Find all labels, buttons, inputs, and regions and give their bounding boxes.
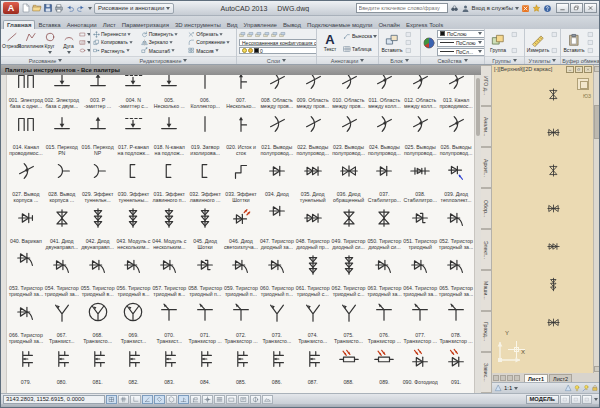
- palette-item[interactable]: 056. Тиристор триодный в...: [116, 285, 152, 332]
- favorites-star-icon[interactable]: [532, 4, 541, 13]
- ribbon-tab[interactable]: Вставка: [35, 21, 63, 29]
- exchange-apps-icon[interactable]: [521, 4, 530, 13]
- block-mini-icon[interactable]: [405, 39, 412, 46]
- status-toggle-button[interactable]: [106, 395, 117, 404]
- modify-tool-button[interactable]: Перенести: [92, 30, 140, 38]
- clipboard-mini-icon[interactable]: [587, 31, 594, 38]
- status-tray-arrow-icon[interactable]: [594, 398, 598, 401]
- palette-item[interactable]: 051. Тиристор триодный: [402, 238, 438, 285]
- status-toggle-button[interactable]: [214, 395, 225, 404]
- palette-item[interactable]: 013. Канал проводимос...: [438, 97, 474, 144]
- lineweight-dropdown[interactable]: ПоСл...: [437, 48, 484, 56]
- palette-item[interactable]: 030. Эффект туннельны...: [116, 191, 152, 238]
- palette-partial-item[interactable]: [44, 75, 80, 97]
- scroll-down-button[interactable]: [594, 366, 600, 372]
- palette-item[interactable]: 057. Тиристор триодный в...: [151, 285, 187, 332]
- document-window-button[interactable]: [566, 66, 574, 73]
- palette-scrollbar[interactable]: [474, 75, 481, 393]
- palette-item[interactable]: 017. P-канал на подложк...: [116, 144, 152, 191]
- palette-item[interactable]: 028. Вывод корпуса ...: [44, 191, 80, 238]
- palette-item[interactable]: 015. Переход PN: [44, 144, 80, 191]
- palette-item[interactable]: 035. Диод тунельный: [295, 191, 331, 238]
- panel-label-properties[interactable]: Свойства: [421, 56, 484, 64]
- ribbon-tab[interactable]: Подключаемые модули: [304, 21, 375, 29]
- paste-button[interactable]: Вставить: [562, 30, 586, 55]
- palette-item[interactable]: 077. Транзистор ...: [402, 332, 438, 379]
- palette-tab[interactable]: Анали...: [481, 106, 492, 147]
- status-toggle-button[interactable]: [226, 395, 237, 404]
- palette-item[interactable]: 058. Тиристор триодный п...: [187, 285, 223, 332]
- sign-in-arrow-icon[interactable]: [515, 7, 519, 10]
- layer-tool-icon[interactable]: [239, 31, 246, 38]
- block-mini-icon[interactable]: [405, 31, 412, 38]
- palette-partial-item[interactable]: [151, 75, 187, 97]
- palette-item[interactable]: 016. Переход NP: [80, 144, 116, 191]
- ribbon-tab[interactable]: Управление: [241, 21, 280, 29]
- palette-item[interactable]: 086.: [259, 379, 295, 393]
- status-toggle-button[interactable]: [178, 395, 189, 404]
- palette-item[interactable]: 082.: [116, 379, 152, 393]
- palette-item[interactable]: 091.: [438, 379, 474, 393]
- panel-label-draw[interactable]: Рисование: [1, 56, 90, 64]
- block-mini-icon[interactable]: [405, 47, 412, 54]
- palette-partial-item[interactable]: [187, 75, 223, 97]
- status-toggle-button[interactable]: [166, 395, 177, 404]
- palette-item[interactable]: 009. Область между пров...: [295, 97, 331, 144]
- palette-item[interactable]: 011. Область между колл...: [366, 97, 402, 144]
- palette-item[interactable]: 019. Затвор изолирова...: [187, 144, 223, 191]
- modify-tool-button[interactable]: Масштаб: [140, 47, 188, 55]
- palette-item[interactable]: 066. Тиристор триодный за...: [8, 332, 44, 379]
- layer-tool-icon[interactable]: [271, 31, 278, 38]
- drawn-block-symbol[interactable]: [546, 163, 561, 178]
- palette-item[interactable]: 075. Транзисто...: [331, 332, 367, 379]
- chevron-down-icon[interactable]: [514, 387, 518, 390]
- clipboard-mini-icon[interactable]: [587, 47, 594, 54]
- insert-block-button[interactable]: Вставить: [380, 30, 404, 55]
- palette-tab[interactable]: Завис...: [481, 352, 492, 393]
- palette-item[interactable]: 003. P -эмиттер ...: [80, 97, 116, 144]
- viewport-controls[interactable]: [-][Верхний][2D каркас]: [494, 66, 552, 72]
- palette-item[interactable]: 052. Тиристор триодный за...: [438, 238, 474, 285]
- palette-item[interactable]: 034. Диод: [259, 191, 295, 238]
- utils-mini-icon[interactable]: [551, 47, 558, 54]
- palette-item[interactable]: 072. Транзистор ...: [223, 332, 259, 379]
- palette-item[interactable]: 046. Диод светоизлуча...: [223, 238, 259, 285]
- window-control-button[interactable]: [556, 3, 569, 13]
- palette-item[interactable]: 055. Тиристор триодный в...: [80, 285, 116, 332]
- annotation-tool-icon[interactable]: [591, 384, 599, 392]
- palette-item[interactable]: 008. Область между пров...: [259, 97, 295, 144]
- palette-item[interactable]: 032. Эффект лавинного ...: [187, 191, 223, 238]
- panel-label-clipboard[interactable]: Буфер обмена: [561, 56, 600, 64]
- palette-item[interactable]: 020. Исток и сток: [223, 144, 259, 191]
- utils-mini-icon[interactable]: [551, 31, 558, 38]
- palette-item[interactable]: 062. Тиристор триодный с...: [331, 285, 367, 332]
- palette-item[interactable]: 010. Область между пров...: [331, 97, 367, 144]
- color-dropdown[interactable]: ПоСлою: [437, 30, 484, 38]
- palette-partial-item[interactable]: [80, 75, 116, 97]
- palette-item[interactable]: 036. Диод обращенный: [331, 191, 367, 238]
- ribbon-tab[interactable]: Главная: [3, 20, 35, 29]
- status-right-icon[interactable]: [571, 395, 581, 404]
- palette-item[interactable]: 050. Тиристор диодный си...: [366, 238, 402, 285]
- ribbon-tab[interactable]: Аннотации: [64, 21, 100, 29]
- modify-tool-button[interactable]: Растянуть: [92, 47, 140, 55]
- palette-item[interactable]: 038. Стабилитро...: [402, 191, 438, 238]
- annotation-tool-button[interactable]: Выноска: [343, 32, 377, 40]
- drawn-block-symbol[interactable]: [546, 315, 561, 330]
- palette-item[interactable]: 023. Выводы полупровод...: [331, 144, 367, 191]
- palette-item[interactable]: 089.: [366, 379, 402, 393]
- clipboard-mini-icon[interactable]: [587, 39, 594, 46]
- palette-item[interactable]: 054. Тиристор триодный за...: [44, 285, 80, 332]
- search-input[interactable]: [357, 5, 447, 11]
- palette-item[interactable]: 065. Тиристор триодный за...: [438, 285, 474, 332]
- palette-item[interactable]: 045. Диод Шотки: [187, 238, 223, 285]
- palette-tab[interactable]: Элект...: [481, 229, 492, 270]
- annotation-tool-icon[interactable]: [573, 384, 581, 392]
- drawing-scrollbar[interactable]: [593, 65, 600, 373]
- palette-item[interactable]: 040. Варикап: [8, 238, 44, 285]
- linetype-dropdown[interactable]: ПоСлою: [437, 39, 484, 47]
- layer-state-dropdown[interactable]: Несохраненная конфигурация сло: [239, 39, 316, 46]
- modify-tool-button[interactable]: Массив: [187, 47, 235, 55]
- palette-item[interactable]: 021. Выводы полупровод...: [259, 144, 295, 191]
- infocenter-search[interactable]: [356, 3, 448, 13]
